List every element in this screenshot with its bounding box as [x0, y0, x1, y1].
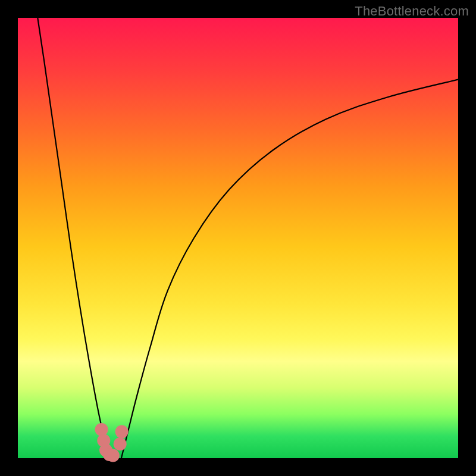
sweet-spot-marker [115, 425, 129, 439]
curve-left-branch [37, 18, 109, 458]
sweet-spot-marker [114, 437, 127, 450]
sweet-spot-marker [95, 423, 108, 436]
watermark-text: TheBottleneck.com [355, 4, 469, 19]
chart-svg [18, 18, 458, 458]
curve-right-branch [121, 80, 458, 458]
plot-area [18, 18, 458, 458]
sweet-spot-markers [95, 423, 129, 462]
sweet-spot-marker [107, 449, 120, 462]
chart-frame: TheBottleneck.com [0, 0, 476, 476]
